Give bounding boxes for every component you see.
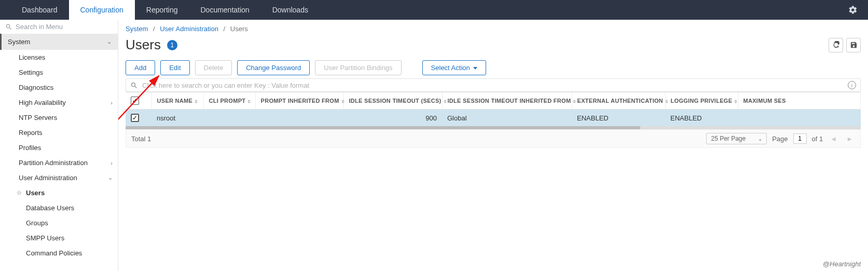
chevron-down-icon: ⌄ <box>107 38 112 45</box>
refresh-button[interactable] <box>829 38 843 52</box>
next-page-button[interactable]: ► <box>844 135 855 143</box>
watermark: @Heartnight <box>823 260 861 268</box>
sidebar-item-profiles[interactable]: Profiles <box>0 140 118 155</box>
nav-downloads[interactable]: Downloads <box>261 0 320 20</box>
horizontal-scrollbar[interactable] <box>126 126 861 129</box>
col-max-ses[interactable]: MAXIMUM SES <box>738 92 861 110</box>
main-content: System / User Administration / Users Use… <box>118 20 868 271</box>
info-icon[interactable]: i <box>848 81 856 89</box>
chevron-down-icon: ⌄ <box>108 174 113 181</box>
edit-button[interactable]: Edit <box>160 60 189 75</box>
page-title: Users <box>126 37 161 53</box>
sidebar-item-high-availability[interactable]: High Availability › <box>0 95 118 110</box>
gear-icon[interactable] <box>848 0 858 20</box>
search-icon <box>130 82 138 89</box>
page-input[interactable] <box>793 133 807 144</box>
breadcrumb-user-administration[interactable]: User Administration <box>160 25 218 33</box>
breadcrumb-current: Users <box>230 25 248 33</box>
table-row[interactable]: nsroot 900 Global ENABLED ENABLED <box>126 110 861 127</box>
total-count: Total 1 <box>131 135 151 143</box>
breadcrumb-system[interactable]: System <box>126 25 148 33</box>
sidebar-item-database-users[interactable]: Database Users <box>0 200 118 215</box>
sidebar-item-users[interactable]: Users <box>0 185 118 200</box>
sidebar-item-diagnostics[interactable]: Diagnostics <box>0 80 118 95</box>
sidebar-item-smpp-users[interactable]: SMPP Users <box>0 231 118 246</box>
cell-max-ses <box>738 110 861 127</box>
cell-cli-prompt <box>203 110 255 127</box>
refresh-icon <box>832 41 840 49</box>
col-ext-auth[interactable]: EXTERNAL AUTHENTICATION <box>572 92 665 110</box>
delete-button: Delete <box>195 60 232 75</box>
col-cli-prompt[interactable]: CLI PROMPT <box>203 92 255 110</box>
col-idle-timeout[interactable]: IDLE SESSION TIMEOUT (SECS) <box>343 92 442 110</box>
menu-search-input[interactable] <box>16 23 113 31</box>
col-prompt-inherited[interactable]: PROMPT INHERITED FROM <box>255 92 343 110</box>
sidebar-group-label: System <box>8 38 30 46</box>
nav-documentation[interactable]: Documentation <box>189 0 260 20</box>
cell-idle-timeout: 900 <box>343 110 442 127</box>
prev-page-button[interactable]: ◄ <box>828 135 839 143</box>
nav-reporting[interactable]: Reporting <box>135 0 189 20</box>
add-button[interactable]: Add <box>126 60 155 75</box>
change-password-button[interactable]: Change Password <box>237 60 310 75</box>
cell-ext-auth: ENABLED <box>572 110 665 127</box>
chevron-right-icon: › <box>111 100 113 106</box>
nav-configuration[interactable]: Configuration <box>69 0 135 20</box>
sidebar-item-user-administration[interactable]: User Administration ⌄ <box>0 170 118 185</box>
col-logging[interactable]: LOGGING PRIVILEGE <box>665 92 738 110</box>
col-user-name[interactable]: USER NAME <box>151 92 203 110</box>
save-button[interactable] <box>846 38 861 52</box>
sidebar: System ⌄ Licenses Settings Diagnostics H… <box>0 20 118 271</box>
cell-user-name: nsroot <box>151 110 203 127</box>
breadcrumb: System / User Administration / Users <box>126 25 861 33</box>
per-page-select[interactable]: 25 Per Page ⌄ <box>706 133 767 144</box>
menu-search[interactable] <box>0 20 118 34</box>
sidebar-item-partition-administration[interactable]: Partition Administration › <box>0 155 118 170</box>
cell-logging: ENABLED <box>665 110 738 127</box>
nav-dashboard[interactable]: Dashboard <box>10 0 69 20</box>
table-search-input[interactable] <box>142 82 848 89</box>
sidebar-item-reports[interactable]: Reports <box>0 125 118 140</box>
user-partition-bindings-button: User Partition Bindings <box>315 60 401 75</box>
page-label: Page <box>772 135 788 143</box>
search-icon <box>5 23 12 31</box>
col-checkbox[interactable] <box>126 92 151 110</box>
chevron-right-icon: › <box>111 160 113 166</box>
top-nav: Dashboard Configuration Reporting Docume… <box>0 0 868 20</box>
select-all-checkbox[interactable] <box>131 97 139 105</box>
sidebar-group-system[interactable]: System ⌄ <box>0 34 118 50</box>
save-icon <box>850 41 858 49</box>
count-badge: 1 <box>167 40 177 50</box>
col-idle-inherited[interactable]: IDLE SESSION TIMEOUT INHERITED FROM <box>442 92 572 110</box>
sidebar-item-command-policies[interactable]: Command Policies <box>0 246 118 261</box>
sidebar-item-settings[interactable]: Settings <box>0 65 118 80</box>
row-checkbox[interactable] <box>131 114 139 122</box>
cell-idle-inherited: Global <box>442 110 572 127</box>
sidebar-item-ntp-servers[interactable]: NTP Servers <box>0 110 118 125</box>
users-table: USER NAME CLI PROMPT PROMPT INHERITED FR… <box>126 92 861 129</box>
sidebar-item-licenses[interactable]: Licenses <box>0 50 118 65</box>
chevron-down-icon: ⌄ <box>758 136 762 142</box>
toolbar: Add Edit Delete Change Password User Par… <box>126 60 861 75</box>
cell-prompt-inherited <box>255 110 343 127</box>
sidebar-item-groups[interactable]: Groups <box>0 215 118 231</box>
table-footer: Total 1 25 Per Page ⌄ Page of 1 ◄ ► <box>126 129 861 148</box>
select-action-dropdown[interactable]: Select Action <box>422 60 486 75</box>
page-of-label: of 1 <box>812 135 823 143</box>
table-search[interactable]: i <box>126 78 861 92</box>
